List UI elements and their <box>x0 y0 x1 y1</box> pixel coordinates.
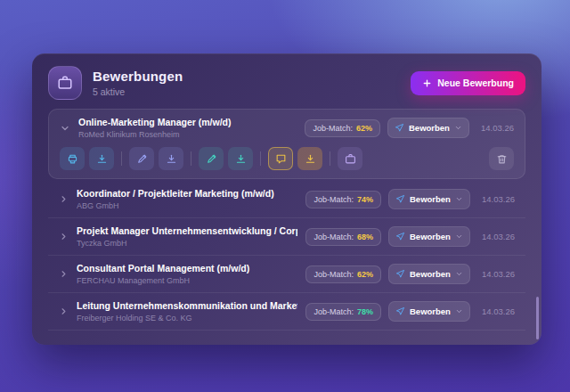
page-title: Bewerbungen <box>93 69 183 84</box>
status-dropdown[interactable]: Beworben <box>388 226 470 247</box>
paper-plane-icon <box>395 306 405 316</box>
chevron-right-icon[interactable] <box>59 306 69 316</box>
chat-button[interactable] <box>268 147 293 170</box>
chevron-down-icon <box>455 270 463 278</box>
row-meta: Job-Match: 62% Beworben 14.03.26 <box>305 264 515 284</box>
job-company: FERCHAU Management GmbH <box>77 276 297 285</box>
download-button[interactable] <box>159 147 183 170</box>
chevron-down-icon <box>455 307 463 315</box>
job-info: Consultant Portal Management (m/w/d) FER… <box>77 263 297 285</box>
job-match-value: 68% <box>357 233 373 241</box>
job-company: RoMed Klinikum Rosenheim <box>78 130 297 139</box>
status-value: Beworben <box>410 269 451 279</box>
application-row[interactable]: Koordinator / Projektleiter Marketing (m… <box>48 181 525 218</box>
application-row[interactable]: Leitung Unternehmenskommunikation und Ma… <box>48 293 525 331</box>
paper-plane-icon <box>395 194 405 204</box>
scrollbar-thumb[interactable] <box>536 297 539 339</box>
status-dropdown[interactable]: Beworben <box>387 118 469 138</box>
status-dropdown[interactable]: Beworben <box>388 264 470 284</box>
paper-plane-icon <box>395 232 405 241</box>
paper-plane-icon <box>395 269 405 279</box>
application-date: 14.03.26 <box>477 269 515 279</box>
status-value: Beworben <box>410 194 451 204</box>
job-match-label: Job-Match: <box>314 307 354 316</box>
delete-button[interactable] <box>489 147 514 170</box>
job-title: Consultant Portal Management (m/w/d) <box>77 263 297 274</box>
application-item-expanded: Online-Marketing Manager (m/w/d) RoMed K… <box>48 109 525 179</box>
title-block: Bewerbungen 5 aktive <box>93 69 183 97</box>
print-button[interactable] <box>60 147 85 170</box>
briefcase-icon <box>48 66 82 100</box>
panel-header: Bewerbungen 5 aktive Neue Bewerbung <box>48 66 525 100</box>
job-company: Tyczka GmbH <box>77 239 297 248</box>
job-match-label: Job-Match: <box>314 195 354 204</box>
active-count: 5 aktive <box>93 86 183 97</box>
chevron-right-icon[interactable] <box>59 194 69 204</box>
application-toolbar <box>49 143 525 178</box>
download-button[interactable] <box>89 147 114 170</box>
job-match-badge: Job-Match: 78% <box>305 303 381 321</box>
desktop-background: Bewerbungen 5 aktive Neue Bewerbung Onli… <box>0 0 570 392</box>
job-match-label: Job-Match: <box>314 270 354 279</box>
edit-button[interactable] <box>129 147 154 170</box>
row-meta: Job-Match: 68% Beworben 14.03.26 <box>305 226 515 247</box>
job-info: Leitung Unternehmenskommunikation und Ma… <box>77 300 297 323</box>
status-value: Beworben <box>410 306 451 316</box>
job-match-label: Job-Match: <box>313 124 353 133</box>
new-application-label: Neue Bewerbung <box>437 78 514 88</box>
paper-plane-icon <box>395 123 404 133</box>
job-match-label: Job-Match: <box>314 233 354 241</box>
chevron-right-icon[interactable] <box>59 269 69 279</box>
chevron-right-icon[interactable] <box>59 232 69 241</box>
divider <box>330 151 330 166</box>
status-value: Beworben <box>410 232 451 241</box>
status-value: Beworben <box>409 123 450 133</box>
job-match-badge: Job-Match: 74% <box>305 191 381 208</box>
job-company: Freiberger Holding SE & Co. KG <box>77 314 297 323</box>
application-date: 14.03.26 <box>477 194 515 204</box>
chevron-down-icon <box>454 124 462 132</box>
application-row[interactable]: Online-Marketing Manager (m/w/d) RoMed K… <box>49 110 525 143</box>
divider <box>121 151 122 166</box>
application-row[interactable]: Projekt Manager Unternehmensentwicklung … <box>48 218 525 256</box>
row-meta: Job-Match: 62% Beworben 14.03.26 <box>305 118 514 138</box>
briefcase-button[interactable] <box>338 147 362 170</box>
divider <box>260 151 261 166</box>
job-match-value: 74% <box>357 195 373 204</box>
row-meta: Job-Match: 78% Beworben 14.03.26 <box>305 301 515 322</box>
chevron-down-icon <box>455 195 463 203</box>
job-match-value: 78% <box>357 307 373 316</box>
job-info: Projekt Manager Unternehmensentwicklung … <box>77 225 297 248</box>
job-match-badge: Job-Match: 62% <box>305 265 381 283</box>
job-title: Leitung Unternehmenskommunikation und Ma… <box>77 300 297 311</box>
divider <box>191 151 191 166</box>
job-match-value: 62% <box>357 270 373 279</box>
application-row[interactable]: Consultant Portal Management (m/w/d) FER… <box>48 256 525 293</box>
application-date: 14.03.26 <box>477 232 515 241</box>
job-match-badge: Job-Match: 62% <box>305 119 380 137</box>
job-match-badge: Job-Match: 68% <box>305 228 381 246</box>
job-title: Koordinator / Projektleiter Marketing (m… <box>77 188 297 199</box>
status-dropdown[interactable]: Beworben <box>388 301 470 322</box>
job-info: Online-Marketing Manager (m/w/d) RoMed K… <box>78 117 297 139</box>
edit-button[interactable] <box>199 147 224 170</box>
application-date: 14.03.26 <box>477 306 515 316</box>
download-button[interactable] <box>228 147 253 170</box>
download-button[interactable] <box>297 147 322 170</box>
job-title: Projekt Manager Unternehmensentwicklung … <box>77 225 297 236</box>
job-info: Koordinator / Projektleiter Marketing (m… <box>77 188 297 210</box>
job-company: ABG GmbH <box>77 201 297 210</box>
plus-icon <box>422 78 432 88</box>
status-dropdown[interactable]: Beworben <box>388 189 470 209</box>
application-date: 14.03.26 <box>476 123 514 133</box>
chevron-down-icon[interactable] <box>60 123 70 134</box>
job-title: Online-Marketing Manager (m/w/d) <box>78 117 297 127</box>
job-match-value: 62% <box>356 124 372 133</box>
applications-panel: Bewerbungen 5 aktive Neue Bewerbung Onli… <box>32 53 542 345</box>
new-application-button[interactable]: Neue Bewerbung <box>411 71 525 95</box>
row-meta: Job-Match: 74% Beworben 14.03.26 <box>305 189 515 209</box>
chevron-down-icon <box>455 233 463 241</box>
